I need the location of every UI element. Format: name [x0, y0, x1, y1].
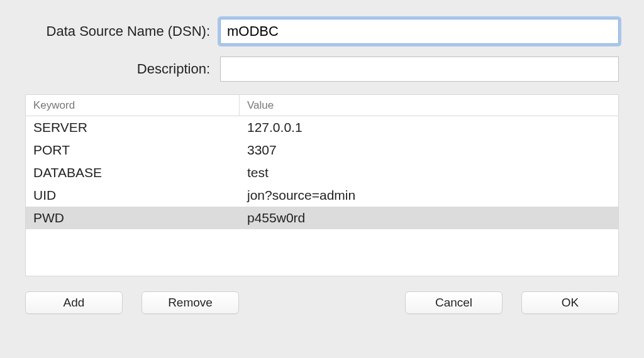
description-label: Description: [25, 61, 220, 77]
keyword-value-table: Keyword Value SERVER127.0.0.1PORT3307DAT… [25, 94, 619, 276]
add-button[interactable]: Add [25, 291, 123, 314]
cell-keyword: PORT [26, 143, 240, 158]
cell-keyword: SERVER [26, 120, 240, 135]
column-header-value[interactable]: Value [240, 95, 618, 116]
dsn-row: Data Source Name (DSN): [25, 19, 619, 44]
table-row[interactable]: PORT3307 [26, 139, 618, 161]
table-body: SERVER127.0.0.1PORT3307DATABASEtestUIDjo… [26, 116, 618, 229]
table-row[interactable]: PWDp455w0rd [26, 207, 618, 229]
cell-value: 127.0.0.1 [240, 120, 618, 135]
button-bar: Add Remove Cancel OK [25, 291, 619, 314]
table-row[interactable]: DATABASEtest [26, 161, 618, 184]
cell-value: p455w0rd [240, 210, 618, 225]
cell-value: test [240, 165, 618, 180]
cell-value: 3307 [240, 143, 618, 158]
description-input[interactable] [220, 57, 619, 82]
cell-keyword: PWD [26, 210, 240, 225]
dsn-label: Data Source Name (DSN): [25, 23, 220, 40]
cell-keyword: DATABASE [26, 165, 240, 180]
button-spacer [258, 291, 386, 314]
description-row: Description: [25, 57, 619, 82]
column-header-keyword[interactable]: Keyword [26, 95, 240, 116]
dsn-input[interactable] [220, 19, 619, 44]
table-header: Keyword Value [26, 95, 618, 116]
cell-value: jon?source=admin [240, 188, 618, 203]
cell-keyword: UID [26, 188, 240, 203]
table-row[interactable]: UIDjon?source=admin [26, 184, 618, 207]
cancel-button[interactable]: Cancel [405, 291, 502, 314]
ok-button[interactable]: OK [521, 291, 619, 314]
table-row[interactable]: SERVER127.0.0.1 [26, 116, 618, 139]
remove-button[interactable]: Remove [142, 291, 239, 314]
